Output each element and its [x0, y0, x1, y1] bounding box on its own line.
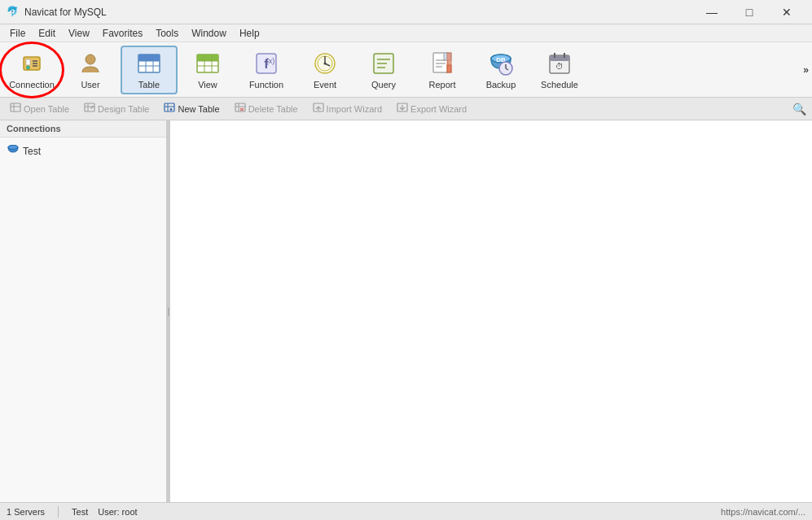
content-area — [170, 120, 812, 502]
status-user: User: root — [98, 507, 137, 517]
tool-backup[interactable]: DB Backup — [472, 46, 529, 94]
svg-text:(x): (x) — [266, 57, 275, 65]
tool-connection-label: Connection — [9, 80, 55, 90]
svg-rect-49 — [11, 103, 20, 111]
app-title: Navicat for MySQL — [24, 7, 107, 18]
tool-query-label: Query — [371, 80, 396, 90]
search-button[interactable]: 🔍 — [789, 100, 809, 118]
export-wizard-label: Export Wizard — [410, 104, 467, 114]
sidebar: Connections Test — [0, 120, 167, 502]
tool-view-label: View — [198, 80, 217, 90]
tool-schedule[interactable]: ⏱ Schedule — [531, 46, 588, 94]
menu-file[interactable]: File — [3, 26, 32, 41]
sidebar-item-test[interactable]: Test — [0, 141, 166, 161]
title-bar: 🐬 Navicat for MySQL — □ ✕ — [0, 0, 812, 24]
sidebar-item-test-label: Test — [23, 146, 41, 157]
svg-point-70 — [8, 146, 18, 150]
schedule-icon: ⏱ — [546, 50, 573, 76]
new-table-button[interactable]: New Table — [157, 100, 226, 118]
tool-table[interactable]: Table — [121, 46, 178, 94]
tool-event-label: Event — [314, 80, 336, 90]
server-count: 1 Servers — [7, 507, 45, 517]
backup-icon: DB — [488, 50, 514, 76]
tool-user-label: User — [81, 80, 99, 90]
svg-rect-14 — [197, 55, 218, 61]
delete-table-icon — [235, 103, 246, 116]
toolbar-overflow[interactable]: » — [803, 64, 809, 76]
design-table-button[interactable]: Design Table — [77, 100, 156, 118]
event-icon — [312, 50, 338, 76]
status-separator — [58, 506, 59, 518]
menu-favorites[interactable]: Favorites — [96, 26, 149, 41]
design-table-label: Design Table — [98, 104, 149, 114]
menu-bar: File Edit View Favorites Tools Window He… — [0, 24, 812, 42]
close-button[interactable]: ✕ — [768, 0, 805, 24]
svg-rect-52 — [85, 103, 94, 111]
svg-point-26 — [324, 62, 327, 64]
sidebar-content: Test — [0, 138, 166, 502]
database-icon — [7, 143, 20, 159]
title-bar-left: 🐬 Navicat for MySQL — [7, 6, 107, 19]
table-icon — [136, 50, 162, 76]
tool-schedule-label: Schedule — [541, 80, 578, 90]
status-bar: 1 Servers Test User: root https://navica… — [0, 502, 812, 520]
main-content: Connections Test — [0, 120, 812, 502]
tool-report-label: Report — [428, 80, 455, 90]
report-icon — [429, 50, 455, 76]
menu-tools[interactable]: Tools — [149, 26, 185, 41]
toolbar: Connection User Table — [0, 42, 812, 98]
tool-connection[interactable]: Connection — [3, 46, 60, 94]
export-wizard-button[interactable]: Export Wizard — [390, 100, 473, 118]
action-search: 🔍 — [789, 100, 809, 118]
svg-rect-8 — [138, 55, 160, 61]
svg-rect-1 — [26, 59, 30, 65]
menu-edit[interactable]: Edit — [32, 26, 62, 41]
delete-table-label: Delete Table — [248, 104, 298, 114]
svg-rect-55 — [165, 103, 174, 111]
tool-function[interactable]: f (x) Function — [238, 46, 295, 94]
window-controls: — □ ✕ — [693, 0, 805, 24]
import-wizard-icon — [313, 103, 324, 116]
menu-help[interactable]: Help — [233, 26, 266, 41]
import-wizard-label: Import Wizard — [327, 104, 382, 114]
query-icon — [371, 50, 397, 76]
app-icon: 🐬 — [7, 6, 20, 19]
connection-icon — [19, 50, 45, 76]
maximize-button[interactable]: □ — [731, 0, 768, 24]
new-table-icon — [164, 103, 175, 116]
status-connection: Test — [72, 507, 88, 517]
sidebar-header: Connections — [0, 120, 166, 138]
tool-event[interactable]: Event — [296, 46, 353, 94]
tool-backup-label: Backup — [486, 80, 516, 90]
svg-point-6 — [86, 55, 95, 64]
export-wizard-icon — [397, 103, 408, 116]
new-table-label: New Table — [178, 104, 219, 114]
tool-function-label: Function — [249, 80, 283, 90]
minimize-button[interactable]: — — [693, 0, 731, 24]
open-table-button[interactable]: Open Table — [3, 100, 76, 118]
design-table-icon — [84, 103, 95, 116]
tool-view[interactable]: View — [179, 46, 236, 94]
function-icon: f (x) — [253, 50, 279, 76]
svg-point-5 — [27, 66, 30, 69]
menu-view[interactable]: View — [62, 26, 96, 41]
tool-table-label: Table — [138, 80, 160, 90]
open-table-icon — [10, 103, 21, 116]
svg-rect-37 — [447, 65, 451, 72]
action-bar: Open Table Design Table New Table — [0, 98, 812, 120]
view-icon — [195, 50, 221, 76]
menu-window[interactable]: Window — [185, 26, 233, 41]
svg-rect-45 — [550, 55, 569, 61]
status-url: https://navicat.com/... — [721, 507, 805, 517]
tool-user[interactable]: User — [62, 46, 119, 94]
tool-query[interactable]: Query — [355, 46, 412, 94]
user-icon — [77, 50, 103, 76]
open-table-label: Open Table — [24, 104, 69, 114]
import-wizard-button[interactable]: Import Wizard — [306, 100, 388, 118]
delete-table-button[interactable]: Delete Table — [228, 100, 305, 118]
svg-text:⏱: ⏱ — [555, 62, 564, 71]
tool-report[interactable]: Report — [414, 46, 471, 94]
